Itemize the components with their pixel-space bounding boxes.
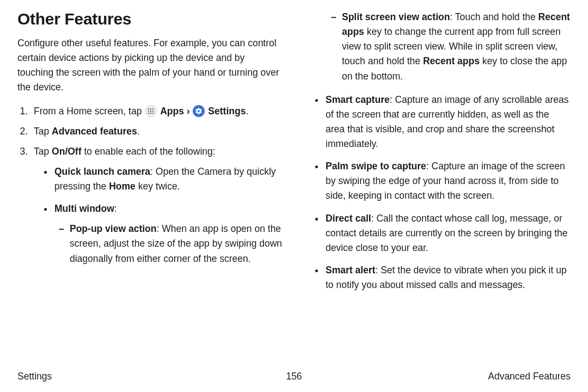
bullet-smart-alert: Smart alert: Set the device to vibrate w…	[324, 263, 571, 292]
bullet-multi-window: Multi window: Pop-up view action: When a…	[53, 201, 283, 266]
svg-point-3	[148, 111, 150, 112]
smart-alert-title: Smart alert	[326, 265, 375, 275]
multi-window-title: Multi window	[54, 203, 114, 214]
step-1: From a Home screen, tap Apps › Settings.	[30, 104, 283, 119]
svg-point-6	[148, 113, 150, 114]
palm-swipe-title: Palm swipe to capture	[326, 161, 426, 171]
svg-point-5	[152, 111, 154, 112]
svg-point-7	[150, 113, 152, 114]
dash-split: Split screen view action: Touch and hold…	[341, 10, 571, 84]
multi-window-sublist: Pop-up view action: When an app is open …	[54, 222, 283, 266]
chevron-right-icon: ›	[187, 106, 190, 117]
page-title: Other Features	[17, 10, 283, 28]
step-2: Tap Advanced features.	[30, 124, 283, 139]
steps-list: From a Home screen, tap Apps › Settings.…	[17, 104, 283, 266]
step3-bold: On/Off	[52, 146, 81, 157]
recent-apps-2: Recent apps	[423, 56, 480, 66]
feature-bullets-right: Smart capture: Capture an image of any s…	[305, 93, 571, 293]
quick-launch-body2: key twice.	[136, 181, 180, 192]
svg-point-1	[150, 108, 152, 110]
svg-point-8	[152, 113, 154, 114]
svg-point-0	[148, 108, 150, 110]
direct-call-title: Direct call	[326, 213, 371, 224]
step2-bold: Advanced features	[52, 126, 137, 137]
footer-left: Settings	[17, 371, 52, 382]
svg-point-2	[152, 108, 154, 110]
step2-suffix: .	[137, 126, 140, 137]
quick-launch-title: Quick launch camera	[54, 166, 150, 177]
bullet-palm-swipe: Palm swipe to capture: Capture an image …	[324, 159, 571, 203]
bullet-direct-call: Direct call: Call the contact whose call…	[324, 211, 571, 255]
bullet-smart-capture: Smart capture: Capture an image of any s…	[324, 93, 571, 152]
dash-popup: Pop-up view action: When an app is open …	[69, 222, 283, 266]
svg-point-4	[150, 111, 152, 112]
smart-capture-title: Smart capture	[326, 94, 390, 105]
bullet-quick-launch: Quick launch camera: Open the Camera by …	[53, 164, 283, 194]
settings-icon	[193, 105, 205, 117]
footer-page-number: 156	[286, 371, 302, 382]
step3-suffix: to enable each of the following:	[82, 146, 216, 157]
split-body1: : Touch and hold the	[450, 11, 538, 22]
footer-right: Advanced Features	[488, 371, 571, 382]
multi-window-sublist-cont: Split screen view action: Touch and hold…	[305, 10, 571, 84]
split-title: Split screen view action	[342, 11, 450, 22]
step1-prefix: From a Home screen, tap	[34, 106, 144, 117]
step-3: Tap On/Off to enable each of the followi…	[30, 144, 283, 266]
popup-title: Pop-up view action	[70, 223, 156, 234]
intro-paragraph: Configure other useful features. For exa…	[17, 36, 283, 95]
multi-window-colon: :	[114, 203, 117, 214]
page-footer: Settings 156 Advanced Features	[17, 371, 571, 382]
step1-suffix: .	[246, 106, 248, 117]
step1-settings: Settings	[208, 106, 246, 117]
apps-icon	[145, 105, 157, 117]
step2-prefix: Tap	[34, 126, 52, 137]
step3-prefix: Tap	[34, 146, 52, 157]
step1-apps: Apps	[160, 106, 184, 117]
home-key: Home	[109, 181, 136, 192]
feature-bullets-left: Quick launch camera: Open the Camera by …	[34, 164, 283, 266]
